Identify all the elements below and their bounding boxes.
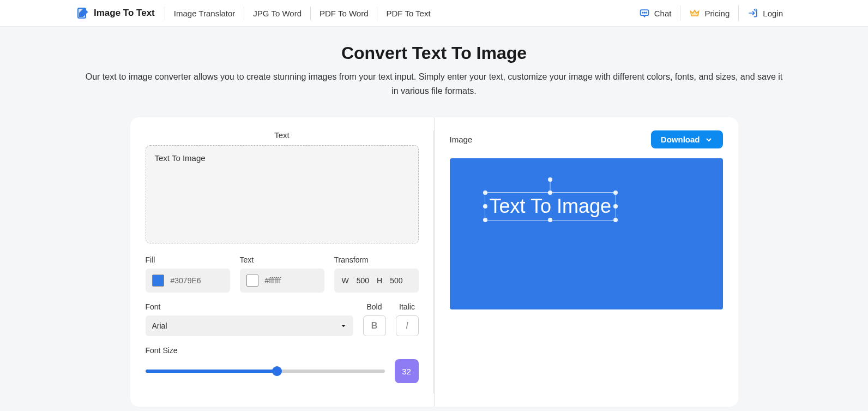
fontsize-value: 32 [395,359,419,383]
italic-group: Italic I [396,302,419,336]
image-panel: Image Download Text To Image [435,117,738,407]
text-input[interactable] [146,145,419,243]
height-value: 500 [390,276,402,285]
width-label: W [342,276,349,285]
login-icon [748,8,758,19]
fontsize-label: Font Size [146,346,419,355]
text-section-label: Text [146,130,419,140]
transform-group: Transform W 500 H 500 [334,255,419,293]
canvas[interactable]: Text To Image [450,158,723,309]
login-label: Login [763,9,783,18]
download-label: Download [661,135,700,144]
font-group: Font Arial [146,302,353,336]
handle-mr[interactable] [613,204,618,209]
bold-label: Bold [363,302,386,311]
page-title: Convert Text To Image [76,43,792,63]
chat-button[interactable]: Chat [630,5,680,21]
fill-hex: #3079E6 [171,276,201,285]
svg-point-2 [642,12,643,13]
header-right: Chat Pricing Login [630,5,792,21]
chat-icon [639,8,650,19]
hero: Convert Text To Image Our text to image … [0,27,868,109]
handle-bl[interactable] [483,218,487,222]
text-color-picker[interactable]: #ffffff [240,269,324,293]
fill-label: Fill [146,255,230,264]
svg-point-3 [644,12,645,13]
text-swatch [246,275,258,287]
nav-jpg-to-word[interactable]: JPG To Word [244,7,310,20]
nav-image-translator[interactable]: Image Translator [165,7,244,20]
pricing-label: Pricing [704,9,730,18]
pricing-button[interactable]: Pricing [680,5,738,21]
text-panel: Text Fill #3079E6 Text #ffffff Transform [130,117,435,407]
fontsize-row: 32 [146,359,419,383]
login-button[interactable]: Login [738,5,792,21]
page-description: Our text to image converter allows you t… [85,70,783,98]
chat-label: Chat [654,9,672,18]
fontsize-slider[interactable] [146,370,385,373]
svg-point-4 [646,12,647,13]
handle-br[interactable] [613,218,618,222]
height-label: H [377,276,382,285]
handle-tr[interactable] [613,190,618,195]
width-value: 500 [357,276,369,285]
header: Image To Text Image Translator JPG To Wo… [0,0,868,27]
fill-color-picker[interactable]: #3079E6 [146,269,230,293]
nav-links: Image Translator JPG To Word PDF To Word… [165,7,439,20]
text-color-group: Text #ffffff [240,255,324,293]
nav-pdf-to-text[interactable]: PDF To Text [377,7,439,20]
font-label: Font [146,302,353,311]
handle-tm[interactable] [548,190,552,195]
logo-icon [76,7,89,20]
canvas-text-box[interactable]: Text To Image [485,192,616,221]
rotate-handle[interactable] [548,177,552,182]
handle-tl[interactable] [483,190,487,195]
transform-label: Transform [334,255,419,264]
image-section-label: Image [450,135,473,144]
transform-inputs[interactable]: W 500 H 500 [334,269,419,293]
slider-thumb[interactable] [272,366,282,376]
fill-swatch [152,275,164,287]
handle-ml[interactable] [483,204,487,209]
logo-text: Image To Text [94,8,155,19]
color-transform-row: Fill #3079E6 Text #ffffff Transform W 50… [146,255,419,293]
italic-button[interactable]: I [396,315,419,336]
font-select[interactable]: Arial [146,315,353,336]
download-button[interactable]: Download [651,130,723,148]
handle-bm[interactable] [548,218,552,222]
bold-button[interactable]: B [363,315,386,336]
italic-label: Italic [396,302,419,311]
bold-group: Bold B [363,302,386,336]
slider-fill [146,370,277,373]
fontsize-group: Font Size 32 [146,346,419,383]
canvas-text: Text To Image [490,195,611,217]
chevron-down-icon [704,135,713,144]
image-panel-header: Image Download [450,130,723,148]
header-left: Image To Text Image Translator JPG To Wo… [76,7,439,20]
editor-card: Text Fill #3079E6 Text #ffffff Transform [130,117,738,407]
text-color-label: Text [240,255,324,264]
nav-pdf-to-word[interactable]: PDF To Word [310,7,377,20]
text-hex: #ffffff [265,276,281,285]
crown-icon [689,8,700,19]
logo[interactable]: Image To Text [76,7,165,20]
fill-group: Fill #3079E6 [146,255,230,293]
font-style-row: Font Arial Bold B Italic I [146,302,419,336]
